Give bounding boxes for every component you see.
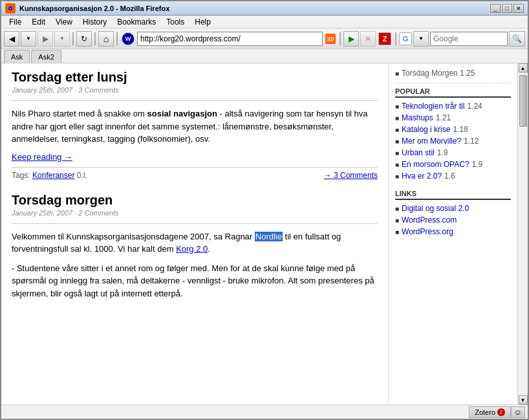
url-input[interactable] [137,32,323,46]
sidebar-partial-top: ■ Torsdag Morgen 1.25 [395,69,511,83]
toolbar: ◀ ▼ ▶ ▼ ↻ ⌂ W )))) ▶ ✕ Z G ▼ 🔍 [1,28,528,49]
forward-dropdown[interactable]: ▼ [54,31,70,47]
sidebar-link-item-1: ■ WordPress.com [395,216,511,225]
separator-2 [94,32,96,45]
svg-point-2 [10,7,12,9]
zotero-toolbar-icon[interactable]: Z [378,32,391,45]
post-1: Torsdag etter lunsj January 25th, 2007 ·… [12,70,378,180]
separator-5 [395,32,396,45]
post-2-highlight: Nordlie [255,232,283,241]
sidebar-link-item-0: ■ Digital og sosial 2.0 [395,204,511,213]
menu-view[interactable]: View [50,17,78,27]
menu-file[interactable]: File [4,17,27,27]
separator-3 [116,32,118,45]
post-2-text3: . [208,244,210,254]
window-controls: _ □ ✕ [490,4,524,13]
main-content: Torsdag etter lunsj January 25th, 2007 ·… [1,63,388,404]
google-icon: G [399,32,412,45]
scroll-up-button[interactable]: ▲ [519,63,528,72]
post-2: Torsdag morgen January 25th, 2007 · 2 Co… [12,193,378,300]
sidebar-popular-item-1: ■ Mashups 1.21 [395,113,511,122]
post-1-footer: Tags: Konferanser 0.l. → 3 Comments [12,167,378,180]
post-1-tags-label: Tags: [12,171,30,180]
tabs-bar: Ask Ask2 [1,49,528,63]
separator-4 [340,32,341,45]
post-1-body-text1: Nils Pharo startet med å snakke om [12,109,147,118]
post-2-body2-text: - Studentene våre sitter i et annet rom … [12,263,374,298]
back-dropdown[interactable]: ▼ [21,31,36,47]
sidebar-popular-score-6: 1.6 [444,171,455,181]
post-1-tag[interactable]: Konferanser [32,171,74,180]
sidebar-partial-item: ■ Torsdag Morgen 1.25 [395,69,511,78]
sidebar-link-0[interactable]: Digital og sosial 2.0 [402,204,469,213]
tab-ask[interactable]: Ask [4,50,30,63]
sidebar-link-1[interactable]: WordPress.com [402,216,457,225]
tab-ask2[interactable]: Ask2 [31,50,61,63]
sidebar-popular-link-4[interactable]: Urban stil [402,148,435,157]
forward-button[interactable]: ▶ [38,31,53,47]
stop-button[interactable]: ✕ [360,31,376,47]
close-button[interactable]: ✕ [513,4,524,13]
post-1-comments[interactable]: → 3 Comments [324,171,378,180]
scroll-thumb[interactable] [519,75,527,127]
go-button[interactable]: ▶ [343,31,359,47]
sidebar-partial-text: Torsdag Morgen 1.25 [402,69,475,78]
menu-edit[interactable]: Edit [27,17,50,27]
sidebar-popular-score-5: 1.9 [472,160,483,169]
menu-tools[interactable]: Tools [161,17,189,27]
sidebar-popular-score-0: 1.24 [467,102,482,111]
home-button[interactable]: ⌂ [98,31,114,47]
sidebar-popular-score-2: 1.18 [453,125,468,134]
post-2-link[interactable]: Korg 2.0 [176,244,208,254]
scrollbar: ▲ ▼ [517,63,528,404]
post-1-meta: January 25th, 2007 · 3 Comments [12,86,378,94]
separator-1 [72,32,74,45]
sidebar-links-title: LINKS [395,190,511,200]
maximize-button[interactable]: □ [502,4,512,13]
sidebar-popular-score-4: 1.9 [437,148,448,157]
sidebar-popular-link-1[interactable]: Mashups [402,113,433,122]
back-button[interactable]: ◀ [4,31,19,47]
sidebar-popular-link-2[interactable]: Katalog i krise [402,125,450,134]
browser-icon [5,3,16,14]
sidebar-popular-link-3[interactable]: Mer om Morville? [402,137,461,146]
reload-button[interactable]: ↻ [76,31,92,47]
post-1-title: Torsdag etter lunsj [12,70,378,85]
smiley-icon[interactable]: ☺ [511,406,525,418]
sidebar-popular-link-6[interactable]: Hva er 2.0? [402,171,442,181]
content-area: Torsdag etter lunsj January 25th, 2007 ·… [1,63,528,404]
post-2-meta: January 25th, 2007 · 2 Comments [12,209,378,217]
browser-window: Kunnskapsorganisasjon 2.0 - Mozilla Fire… [0,0,529,420]
sidebar-popular-link-0[interactable]: Teknologien trår til [402,102,464,111]
menu-help[interactable]: Help [189,17,216,27]
sidebar-popular-score-3: 1.12 [464,137,479,146]
status-bar: Zotero Z ☺ [1,404,528,419]
sidebar-link-item-2: ■ WordPress.org [395,227,511,236]
sidebar-popular-title: POPULAR [395,87,511,98]
title-bar: Kunnskapsorganisasjon 2.0 - Mozilla Fire… [1,1,528,16]
sidebar-popular-item-3: ■ Mer om Morville? 1.12 [395,137,511,146]
post-2-text1: Velkommen til Kunnskapsorganisasjonsdage… [12,232,255,241]
sidebar-link-2[interactable]: WordPress.org [402,227,453,236]
menu-bar: File Edit View History Bookmarks Tools H… [1,16,528,28]
zotero-status-button[interactable]: Zotero Z [469,406,511,418]
sidebar-links-section: LINKS ■ Digital og sosial 2.0 ■ WordPres… [395,190,511,236]
search-button[interactable]: 🔍 [509,31,525,47]
menu-bookmarks[interactable]: Bookmarks [112,17,161,27]
google-dropdown[interactable]: ▼ [413,31,429,47]
post-1-read-more[interactable]: Keep reading → [12,152,72,162]
minimize-button[interactable]: _ [490,4,501,13]
post-2-divider [12,223,378,224]
search-input[interactable] [430,32,508,46]
menu-history[interactable]: History [78,17,112,27]
sidebar-popular-item-5: ■ En morsom OPAC? 1.9 [395,160,511,169]
zotero-label: Zotero [475,408,495,416]
sidebar-popular-score-1: 1.21 [436,113,451,122]
sidebar-popular-item-4: ■ Urban stil 1.9 [395,148,511,157]
scroll-down-button[interactable]: ▼ [519,395,528,404]
sidebar-popular-link-5[interactable]: En morsom OPAC? [402,160,469,169]
post-1-body: Nils Pharo startet med å snakke om sosia… [12,107,378,146]
post-2-title: Torsdag morgen [12,193,378,208]
post-2-body1: Velkommen til Kunnskapsorganisasjonsdage… [12,230,378,256]
feed-icon[interactable]: )))) [325,34,336,44]
